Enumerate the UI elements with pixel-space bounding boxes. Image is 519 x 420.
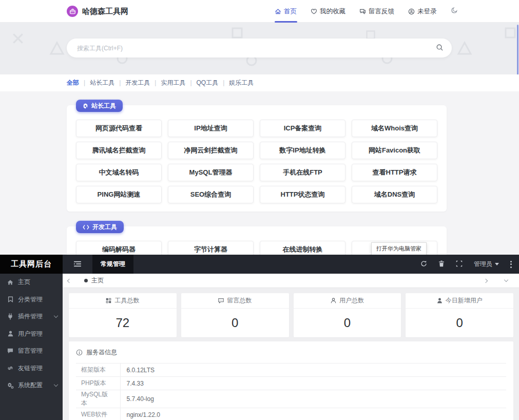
- dark-mode-toggle[interactable]: [451, 7, 458, 16]
- tool-button[interactable]: 数字IP地址转换: [260, 142, 345, 159]
- tool-button[interactable]: 网站Favicon获取: [352, 142, 437, 159]
- table-row: MySQL版本 5.7.40-log: [76, 390, 506, 408]
- tool-button[interactable]: 编码解码器: [76, 241, 162, 255]
- sidebar-item-label: 用户管理: [18, 330, 57, 338]
- sidebar-item-plugins[interactable]: 插件管理: [0, 308, 63, 326]
- stat-value: 0: [294, 309, 401, 337]
- refresh-icon: [420, 260, 427, 269]
- site-logo[interactable]: 哈德森工具网: [67, 0, 128, 23]
- category-fun[interactable]: 娱乐工具: [229, 79, 254, 87]
- tool-button[interactable]: 手机在线FTP: [260, 164, 345, 181]
- dev-section-title: 开发工具: [92, 223, 117, 232]
- tool-button[interactable]: HTTP状态查询: [260, 186, 345, 203]
- tool-button[interactable]: 域名Whois查询: [352, 120, 437, 137]
- site-nav: 首页 我的收藏 留言反馈: [275, 0, 458, 23]
- admin-sidebar: 主页 分类管理 插件管理 用户管理: [0, 274, 63, 420]
- tab-scroll-right-button[interactable]: [479, 274, 492, 288]
- home-icon: [7, 279, 14, 285]
- category-webmaster[interactable]: 站长工具: [90, 79, 125, 87]
- category-utility[interactable]: 实用工具: [161, 79, 196, 87]
- admin-header: 工具网后台 常规管理: [0, 255, 519, 274]
- dev-section-badge: 开发工具: [76, 221, 124, 233]
- tool-button[interactable]: 域名DNS查询: [352, 186, 437, 203]
- refresh-button[interactable]: [420, 260, 427, 269]
- webmaster-tools-section: 站长工具 网页源代码查看 IP地址查询 ICP备案查询 域名Whois查询 腾讯…: [67, 105, 447, 212]
- tool-button[interactable]: 字节计算器: [168, 241, 254, 255]
- nav-login[interactable]: 未登录: [408, 0, 437, 23]
- tool-button[interactable]: MySQL管理器: [168, 164, 254, 181]
- user-menu-button[interactable]: 管理员: [474, 260, 499, 269]
- category-qq[interactable]: QQ工具: [197, 79, 229, 87]
- nav-feedback-label: 留言反馈: [369, 7, 394, 16]
- stat-card-users: 用户总数 0: [294, 293, 401, 337]
- nav-home[interactable]: 首页: [275, 0, 297, 23]
- sidebar-item-label: 系统配置: [18, 381, 54, 390]
- tool-button[interactable]: PING网站测速: [76, 186, 162, 203]
- row-label: MySQL版本: [76, 390, 120, 408]
- page-tab-home[interactable]: 主页: [76, 274, 112, 288]
- nav-favorites[interactable]: 我的收藏: [311, 0, 345, 23]
- category-all[interactable]: 全部: [67, 79, 90, 87]
- sidebar-toggle-button[interactable]: [63, 255, 92, 274]
- tool-button[interactable]: 网页源代码查看: [76, 120, 162, 137]
- search-icon: [436, 44, 444, 53]
- server-info-header: 服务器信息: [76, 348, 506, 357]
- tab-menu-button[interactable]: [499, 274, 513, 288]
- sidebar-item-label: 留言管理: [18, 347, 57, 355]
- link-icon: [7, 365, 14, 371]
- screenshot-root: 哈德森工具网 首页 我的收藏: [0, 0, 519, 420]
- table-row: 框架版本 6.0.12LTS: [76, 364, 506, 377]
- heart-icon: [311, 8, 317, 15]
- tool-button[interactable]: 中文域名转码: [76, 164, 162, 181]
- table-row: WEB软件 nginx/1.22.0: [76, 408, 506, 420]
- category-dev[interactable]: 开发工具: [125, 79, 161, 87]
- deco-triangle-shape: [49, 41, 65, 58]
- nav-feedback[interactable]: 留言反馈: [359, 0, 394, 23]
- nav-favorites-label: 我的收藏: [320, 7, 345, 16]
- clear-cache-button[interactable]: [438, 260, 445, 269]
- tool-button[interactable]: 净网云剑拦截查询: [168, 142, 254, 159]
- tool-button[interactable]: 在线进制转换: [260, 241, 345, 255]
- user-menu-label: 管理员: [474, 260, 492, 269]
- caret-down-icon: [495, 263, 499, 265]
- chevron-down-icon: [504, 278, 508, 282]
- category-bar: 全部 站长工具 开发工具 实用工具 QQ工具 娱乐工具: [0, 74, 519, 91]
- site-title: 哈德森工具网: [82, 7, 128, 16]
- fullscreen-button[interactable]: [456, 260, 463, 269]
- server-info-card: 服务器信息 框架版本 6.0.12LTS PHP版本 7.4.33 MySQL版…: [69, 341, 513, 420]
- stat-value: 0: [181, 309, 289, 337]
- sidebar-item-settings[interactable]: 系统配置: [0, 377, 63, 394]
- home-icon: [275, 8, 281, 15]
- tool-button[interactable]: 查看HTTP请求: [352, 164, 437, 181]
- search-button[interactable]: [436, 44, 444, 53]
- sidebar-item-home[interactable]: 主页: [0, 274, 63, 291]
- gears-icon: [7, 383, 14, 389]
- bookmark-icon: [7, 296, 14, 302]
- sidebar-item-label: 插件管理: [18, 312, 54, 321]
- search-input[interactable]: [77, 45, 436, 52]
- site-header: 哈德森工具网 首页 我的收藏: [0, 0, 519, 23]
- admin-logo[interactable]: 工具网后台: [0, 255, 63, 274]
- tool-button[interactable]: ICP备案查询: [260, 120, 345, 137]
- sidebar-item-categories[interactable]: 分类管理: [0, 291, 63, 309]
- comment-smile-icon: [218, 298, 224, 303]
- stat-card-tools: 工具总数 72: [69, 293, 177, 337]
- tool-button[interactable]: IP地址查询: [168, 120, 254, 137]
- site-logo-icon: [67, 6, 78, 17]
- tool-button[interactable]: SEO综合查询: [168, 186, 254, 203]
- sidebar-item-links[interactable]: 友链管理: [0, 360, 63, 377]
- row-value: nginx/1.22.0: [120, 408, 506, 420]
- tool-button[interactable]: 腾讯域名拦截查询: [76, 142, 162, 159]
- tab-scroll-left-button[interactable]: [63, 274, 76, 288]
- sidebar-item-users[interactable]: 用户管理: [0, 326, 63, 343]
- row-label: 框架版本: [76, 364, 120, 377]
- top-tab-general[interactable]: 常规管理: [92, 255, 133, 274]
- webmaster-section-title: 站长工具: [91, 102, 116, 110]
- sidebar-item-messages[interactable]: 留言管理: [0, 342, 63, 360]
- stat-label: 用户总数: [339, 296, 364, 305]
- comment-icon: [7, 348, 14, 354]
- page-tab-bar: 主页: [63, 274, 519, 288]
- admin-main: 主页: [63, 274, 519, 420]
- sidebar-item-label: 主页: [18, 278, 57, 287]
- more-options-button[interactable]: [510, 261, 512, 268]
